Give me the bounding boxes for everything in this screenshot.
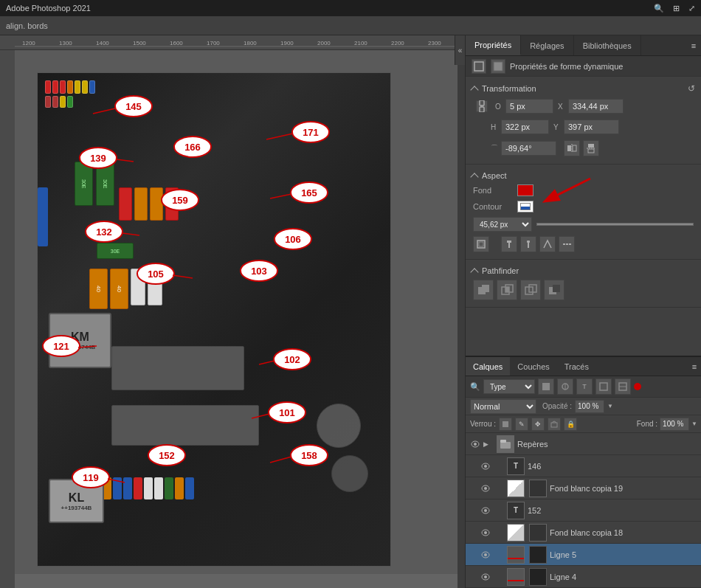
o-input[interactable] <box>505 99 553 114</box>
adj-filter-btn[interactable] <box>557 378 573 395</box>
svg-point-44 <box>274 349 311 370</box>
layers-menu-icon[interactable]: ≡ <box>687 357 701 376</box>
opacity-input[interactable] <box>575 400 604 413</box>
aspect-header[interactable]: Aspect <box>466 169 701 182</box>
kl-sub: ++193744B <box>61 505 92 511</box>
svg-rect-89 <box>542 383 550 390</box>
lock-all-btn[interactable]: 🔒 <box>564 418 577 431</box>
layer-visibility-toggle[interactable] <box>480 572 491 582</box>
layer-item[interactable]: Fond blanc copia 18 <box>466 522 701 544</box>
layer-name: Ligne 4 <box>550 573 697 581</box>
layers-tabs: Calques Couches Tracés ≡ <box>466 357 701 376</box>
blend-mode-select[interactable]: Normal <box>470 399 536 414</box>
pathfinder-subtract-btn[interactable] <box>544 280 564 300</box>
stroke-cap-btn2[interactable] <box>520 236 536 252</box>
layer-item[interactable]: ▶ Repères <box>466 433 701 455</box>
stroke-dash-btn[interactable] <box>559 236 575 252</box>
layer-mask-thumbnail <box>529 568 547 586</box>
svg-text:102: 102 <box>284 354 300 365</box>
h-input[interactable] <box>501 120 549 134</box>
pathfinder-exclude-btn[interactable] <box>497 280 517 300</box>
tab-couches[interactable]: Couches <box>510 357 556 376</box>
svg-rect-72 <box>479 242 483 246</box>
fond-input[interactable] <box>660 418 689 431</box>
layer-visibility-toggle[interactable] <box>480 461 491 471</box>
text-filter-btn[interactable]: T <box>576 378 593 395</box>
svg-point-110 <box>484 553 487 556</box>
fond-color-swatch[interactable] <box>517 184 533 196</box>
tab-bibliotheques[interactable]: Bibliothèques <box>574 35 641 55</box>
shape-icon-btn[interactable] <box>472 59 486 74</box>
layer-visibility-toggle[interactable] <box>480 505 491 516</box>
layer-item[interactable]: Fond blanc copia 19 <box>466 477 701 499</box>
tab-reglages[interactable]: Réglages <box>521 35 573 55</box>
layer-item[interactable]: Ligne 4 <box>466 566 701 588</box>
svg-point-20 <box>292 122 329 142</box>
svg-point-102 <box>484 465 487 468</box>
transformation-header[interactable]: Transformation ↺ <box>466 81 701 96</box>
layer-visibility-toggle[interactable] <box>470 439 480 449</box>
lock-draw-btn[interactable]: ✎ <box>515 418 528 431</box>
expand-icon[interactable]: ⤢ <box>688 4 695 13</box>
lock-artboard-btn[interactable] <box>548 418 561 431</box>
pathfinder-intersect-btn[interactable] <box>520 280 541 300</box>
fill-icon-btn[interactable] <box>491 59 505 74</box>
panel-collapse-button[interactable]: « <box>455 35 465 65</box>
panel-menu-icon[interactable]: ≡ <box>686 35 701 55</box>
svg-text:1600: 1600 <box>170 40 183 46</box>
chain-icon[interactable] <box>476 100 488 112</box>
tab-proprietes[interactable]: Propriétés <box>466 35 521 55</box>
kl-label: KL <box>69 491 84 505</box>
svg-text:145: 145 <box>125 101 142 112</box>
svg-rect-95 <box>503 421 508 427</box>
layer-item[interactable]: Ligne 5 <box>466 544 701 566</box>
layer-visibility-toggle[interactable] <box>480 528 491 538</box>
layer-item[interactable]: T 146 <box>466 455 701 477</box>
svg-rect-65 <box>573 145 576 151</box>
pixel-filter-btn[interactable] <box>538 378 554 395</box>
layer-thumbnail <box>507 568 525 586</box>
x-label: X <box>558 103 565 111</box>
lock-pixel-btn[interactable] <box>499 418 512 431</box>
reset-icon[interactable]: ↺ <box>688 83 695 94</box>
layer-thumbnail <box>497 435 514 453</box>
tab-traces[interactable]: Tracés <box>557 357 596 376</box>
svg-point-47 <box>269 402 305 423</box>
flip-v-btn[interactable] <box>583 140 599 156</box>
layers-list: ▶ Repères T 1 <box>466 433 701 588</box>
type-filter[interactable]: Type <box>483 379 535 394</box>
angle-input[interactable] <box>501 141 556 156</box>
svg-text:2100: 2100 <box>354 40 367 46</box>
layer-visibility-toggle[interactable] <box>480 550 491 560</box>
svg-text:1800: 1800 <box>244 40 257 46</box>
shape-filter-btn2[interactable] <box>595 378 612 395</box>
group-expand-icon[interactable]: ▶ <box>483 440 494 448</box>
stroke-slider[interactable] <box>536 223 694 226</box>
tab-calques[interactable]: Calques <box>466 357 510 376</box>
x-input[interactable] <box>568 99 624 114</box>
stroke-size-select[interactable]: 45,62 px <box>473 217 532 232</box>
pathfinder-header[interactable]: Pathfinder <box>466 264 701 277</box>
layer-name: Ligne 5 <box>550 550 697 559</box>
svg-point-34 <box>274 229 311 249</box>
aspect-section: Aspect Fond Contour <box>466 165 701 260</box>
color-indicator <box>634 383 641 390</box>
svg-point-50 <box>148 445 185 466</box>
search-icon[interactable]: 🔍 <box>654 4 664 13</box>
contour-color-swatch[interactable] <box>517 201 533 212</box>
flip-h-btn[interactable] <box>564 140 580 156</box>
pathfinder-unite-btn[interactable] <box>473 280 494 300</box>
smart-filter-btn[interactable] <box>615 378 631 395</box>
lock-move-btn[interactable]: ✥ <box>531 418 545 431</box>
stroke-align-btn1[interactable] <box>473 236 489 252</box>
layer-name: Repères <box>517 440 697 449</box>
layer-item[interactable]: T 152 <box>466 499 701 522</box>
y-input[interactable] <box>564 120 619 134</box>
stroke-join-btn[interactable] <box>539 236 556 252</box>
stroke-cap-btn1[interactable] <box>501 236 517 252</box>
windows-icon[interactable]: ⊞ <box>673 4 680 13</box>
canvas-area: 1200 1300 1400 1500 1600 1700 1800 1900 … <box>0 35 457 588</box>
layer-visibility-toggle[interactable] <box>480 483 491 494</box>
canvas-content[interactable]: 30E 30E 30E 40 40 <box>15 50 457 574</box>
svg-rect-59 <box>474 62 483 71</box>
